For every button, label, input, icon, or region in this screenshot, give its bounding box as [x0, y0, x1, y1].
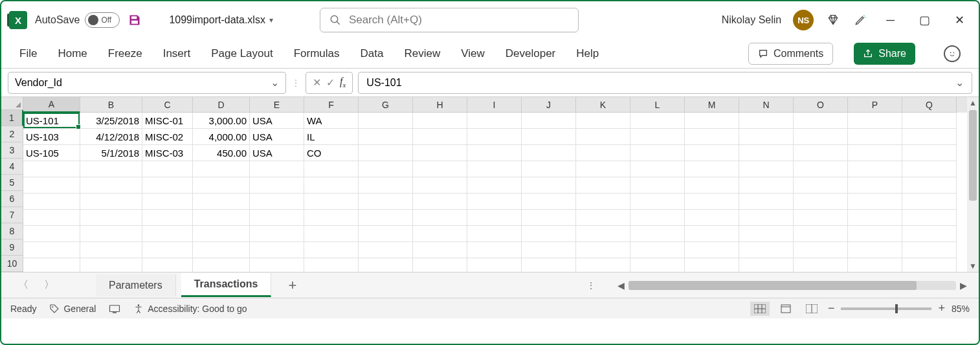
column-header[interactable]: G: [359, 97, 413, 113]
chevron-down-icon[interactable]: ⌄: [955, 76, 964, 89]
cell[interactable]: [193, 226, 250, 242]
cell[interactable]: [359, 161, 413, 177]
cell[interactable]: [467, 177, 522, 194]
cell[interactable]: [685, 242, 739, 258]
cell[interactable]: [522, 113, 576, 129]
cell[interactable]: USA: [250, 129, 304, 145]
cell[interactable]: [142, 226, 193, 242]
cell[interactable]: [80, 194, 142, 210]
cell[interactable]: [522, 194, 576, 210]
maximize-button[interactable]: ▢: [913, 10, 937, 30]
save-icon[interactable]: [128, 13, 142, 27]
sheet-nav-next-icon[interactable]: 〉: [39, 276, 60, 295]
cell[interactable]: 3,000.00: [193, 113, 250, 129]
cell[interactable]: [80, 226, 142, 242]
add-sheet-button[interactable]: +: [276, 277, 308, 294]
cell[interactable]: [739, 113, 794, 129]
row-header[interactable]: 2: [1, 126, 23, 142]
cell[interactable]: [902, 210, 957, 226]
cell[interactable]: [794, 242, 848, 258]
sheet-options-icon[interactable]: ⋮: [586, 280, 596, 291]
column-header[interactable]: B: [80, 97, 142, 113]
cell[interactable]: [522, 177, 576, 194]
cell[interactable]: [413, 210, 467, 226]
cell[interactable]: [848, 177, 902, 194]
cell[interactable]: [630, 113, 685, 129]
tab-file[interactable]: File: [19, 47, 37, 60]
cell[interactable]: [359, 129, 413, 145]
cell[interactable]: [250, 161, 304, 177]
cell[interactable]: [576, 161, 630, 177]
cell[interactable]: [902, 226, 957, 242]
select-all-corner[interactable]: [1, 97, 23, 110]
scroll-thumb[interactable]: [969, 110, 977, 201]
cell[interactable]: IL: [304, 129, 359, 145]
cell[interactable]: [739, 242, 794, 258]
cell[interactable]: [576, 129, 630, 145]
cell[interactable]: 4/12/2018: [80, 129, 142, 145]
cell[interactable]: [630, 177, 685, 194]
cell[interactable]: [902, 258, 957, 272]
cell[interactable]: [902, 194, 957, 210]
cell[interactable]: [304, 210, 359, 226]
cell[interactable]: [794, 194, 848, 210]
diamond-icon[interactable]: [825, 12, 841, 28]
cell[interactable]: 3/25/2018: [80, 113, 142, 129]
cell[interactable]: [467, 210, 522, 226]
cell[interactable]: [304, 161, 359, 177]
cell[interactable]: [522, 129, 576, 145]
cell[interactable]: [685, 226, 739, 242]
comments-button[interactable]: Comments: [748, 43, 833, 65]
cell[interactable]: [359, 210, 413, 226]
cell[interactable]: [630, 161, 685, 177]
cell[interactable]: [794, 145, 848, 161]
cell[interactable]: [250, 194, 304, 210]
cell[interactable]: [467, 226, 522, 242]
cell[interactable]: [250, 242, 304, 258]
cell[interactable]: [794, 258, 848, 272]
sheet-tab-parameters[interactable]: Parameters: [96, 274, 176, 296]
cell[interactable]: [142, 258, 193, 272]
column-header[interactable]: H: [413, 97, 467, 113]
cell[interactable]: [848, 194, 902, 210]
cell[interactable]: [739, 194, 794, 210]
cell[interactable]: [80, 258, 142, 272]
cell[interactable]: [467, 242, 522, 258]
cell[interactable]: [359, 145, 413, 161]
cell[interactable]: [902, 177, 957, 194]
cell[interactable]: [685, 194, 739, 210]
tab-page-layout[interactable]: Page Layout: [211, 47, 273, 60]
tab-help[interactable]: Help: [576, 47, 599, 60]
cell[interactable]: [522, 145, 576, 161]
zoom-in-button[interactable]: +: [938, 302, 945, 315]
cell[interactable]: [522, 242, 576, 258]
cell[interactable]: [193, 177, 250, 194]
cell[interactable]: [576, 177, 630, 194]
column-header[interactable]: A: [23, 97, 80, 113]
row-header[interactable]: 9: [1, 239, 23, 256]
cell[interactable]: [848, 145, 902, 161]
cell[interactable]: [142, 242, 193, 258]
cell[interactable]: [848, 113, 902, 129]
cell[interactable]: [23, 161, 80, 177]
cell[interactable]: [848, 226, 902, 242]
cell[interactable]: [413, 161, 467, 177]
cell[interactable]: MISC-03: [142, 145, 193, 161]
cell[interactable]: [467, 161, 522, 177]
column-header[interactable]: M: [685, 97, 739, 113]
column-header[interactable]: C: [142, 97, 193, 113]
cell[interactable]: [576, 113, 630, 129]
cell[interactable]: [80, 210, 142, 226]
fx-icon[interactable]: fx: [340, 76, 346, 89]
cell[interactable]: [142, 194, 193, 210]
cell[interactable]: [576, 210, 630, 226]
cell[interactable]: USA: [250, 145, 304, 161]
cell[interactable]: [467, 194, 522, 210]
row-header[interactable]: 3: [1, 142, 23, 159]
cell[interactable]: [739, 161, 794, 177]
column-header[interactable]: D: [193, 97, 250, 113]
zoom-slider[interactable]: [841, 307, 931, 310]
cell[interactable]: [630, 129, 685, 145]
cell[interactable]: [467, 258, 522, 272]
cell[interactable]: [250, 258, 304, 272]
